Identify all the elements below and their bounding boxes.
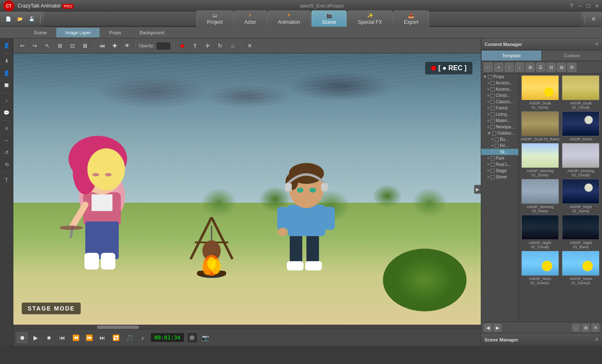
mirror-button[interactable]: ⊡	[67, 41, 78, 51]
close-button[interactable]: ×	[595, 3, 599, 9]
cm-add-button[interactable]: +	[494, 63, 503, 72]
nav-tab-special-fx[interactable]: ✨ Special FX	[347, 10, 393, 27]
checkbox-forest[interactable]	[490, 106, 495, 110]
tree-item-living[interactable]: + Living...	[481, 111, 518, 117]
checkbox-classro[interactable]	[490, 100, 495, 104]
thumb-noon-01-sunny1[interactable]: A003P_Noon 01_Sunny1	[520, 251, 560, 285]
loop-button[interactable]: 🔁	[110, 332, 121, 343]
thumb-dusk-02-cloudy[interactable]: A003P_Dusk 02_Cloudy	[561, 75, 601, 109]
checkbox-park[interactable]	[490, 156, 495, 160]
new-file-button[interactable]: 📄	[3, 14, 13, 24]
settings-button[interactable]: ⚙	[589, 14, 599, 24]
checkbox-props[interactable]	[488, 75, 492, 79]
cm-action-btn-3[interactable]: ✕	[591, 323, 599, 332]
checkbox-bu[interactable]	[495, 137, 499, 142]
checkbox-re[interactable]	[495, 144, 499, 148]
music-button[interactable]: ♪	[137, 332, 148, 343]
checkbox-living[interactable]	[490, 112, 495, 117]
undo-button[interactable]: ↩	[17, 41, 28, 51]
cm-action-btn-2[interactable]: ⊕	[582, 323, 590, 332]
panel-collapse-button[interactable]: ▶	[474, 185, 481, 193]
checkbox-newspa[interactable]	[490, 125, 495, 129]
thumb-dusk-01-sunny[interactable]: A003P_Dusk 01_Sunny	[520, 75, 560, 109]
nav-tab-animation[interactable]: 🏃 Animation	[268, 10, 311, 27]
transform-button[interactable]: ⊞	[54, 41, 65, 51]
canvas-scrollbar[interactable]	[13, 325, 481, 329]
tree-item-newspa[interactable]: + Newspa...	[481, 124, 518, 130]
rewind-button[interactable]: ⏪	[70, 332, 81, 343]
tree-item-stage[interactable]: + Stage	[481, 168, 518, 174]
save-file-button[interactable]: 💾	[27, 14, 37, 24]
thumb-morning-01-sunny[interactable]: A003P_Morning 01_Sunny	[520, 143, 560, 177]
thumb-night-01-sunny[interactable]: A003P_Night 01_Sunny	[561, 179, 601, 213]
redo-button[interactable]: ↪	[29, 41, 40, 51]
record-button[interactable]: ⏺	[177, 41, 188, 51]
tree-item-real[interactable]: + Real L...	[481, 161, 518, 168]
thumb-moon[interactable]: A003P_Moon	[561, 111, 601, 141]
tree-item-classro[interactable]: + Classro...	[481, 99, 518, 105]
next-key-playback-button[interactable]: ⏭	[97, 332, 108, 343]
camera-button[interactable]: 📷	[200, 332, 211, 343]
select-button[interactable]: ↖	[42, 41, 53, 51]
checkbox-stage[interactable]	[490, 169, 495, 173]
tree-item-re[interactable]: + Re...	[481, 143, 518, 149]
close-canvas-button[interactable]: ✕	[245, 41, 255, 51]
tree-item-outdoo[interactable]: ▼ Outdoo...	[481, 130, 518, 136]
pick-button[interactable]: ✚	[109, 41, 120, 51]
tree-item-street[interactable]: + Street	[481, 174, 518, 180]
scrollbar-thumb[interactable]	[97, 326, 139, 329]
tree-item-forest[interactable]: + Forest	[481, 105, 518, 111]
tree-item-park[interactable]: + Park	[481, 155, 518, 161]
prev-key-playback-button[interactable]: ⏮	[57, 332, 68, 343]
lt-btn-4[interactable]: 🔲	[1, 80, 12, 91]
checkbox-sk[interactable]	[495, 150, 499, 154]
cm-action-btn-1[interactable]: ↓	[572, 323, 580, 332]
lt-btn-2[interactable]: ⬆	[1, 56, 12, 66]
nav-tab-project[interactable]: 🗂 Project	[196, 10, 233, 27]
thumb-night-03-rainy[interactable]: A003P_Night 03_Rainy	[561, 215, 601, 249]
help-button[interactable]: ?	[570, 3, 573, 9]
eye-button[interactable]: 👁	[122, 41, 133, 51]
content-manager-close-button[interactable]: ✕	[595, 41, 599, 47]
home-button[interactable]: ⌂	[227, 41, 238, 51]
sub-tab-props[interactable]: Props	[100, 28, 130, 37]
sub-tab-image-layer[interactable]: Image Layer	[56, 28, 99, 37]
cm-next-page-button[interactable]: ▶	[493, 323, 502, 332]
nav-tab-actor[interactable]: 🚶 Actor	[234, 10, 267, 27]
thumb-morning-02-cloudy[interactable]: A003P_Morning 02_Cloudy	[561, 143, 601, 177]
checkbox-access1[interactable]	[490, 81, 495, 85]
play-button[interactable]: ▶	[30, 332, 41, 343]
tree-item-access1[interactable]: + Access...	[481, 80, 518, 86]
timecode-settings-button[interactable]: ⚙	[187, 332, 198, 343]
checkbox-real[interactable]	[490, 163, 495, 167]
cm-tab-custom[interactable]: Custom	[542, 50, 602, 61]
scene-manager-close-button[interactable]: ✕	[595, 337, 599, 342]
lt-btn-8[interactable]: ↔	[1, 135, 12, 146]
stop-button[interactable]: ■	[43, 332, 54, 343]
checkbox-christ[interactable]	[490, 94, 495, 98]
cm-view-button[interactable]: ⊟	[546, 63, 556, 72]
maximize-button[interactable]: □	[587, 3, 590, 9]
cm-back-button[interactable]: ←	[484, 63, 493, 72]
checkbox-outdoo[interactable]	[492, 131, 496, 135]
lt-btn-11[interactable]: T	[1, 175, 12, 186]
opacity-input[interactable]: 100	[156, 42, 171, 50]
lt-btn-3[interactable]: 👤	[1, 68, 12, 79]
lt-btn-6[interactable]: 💬	[1, 107, 12, 118]
tree-item-christ[interactable]: + Christ...	[481, 92, 518, 99]
character-boy[interactable]	[275, 150, 338, 276]
nav-tab-export[interactable]: 📤 Export	[393, 10, 429, 27]
sub-tab-scene[interactable]: Scene	[25, 28, 56, 37]
checkbox-materi[interactable]	[490, 119, 495, 123]
rotate-button[interactable]: ↻	[215, 41, 226, 51]
lt-btn-7[interactable]: ≡	[1, 123, 12, 134]
cm-prev-page-button[interactable]: ◀	[484, 323, 492, 332]
lt-btn-1[interactable]: 👤	[1, 40, 12, 51]
flip-button[interactable]: ⊠	[79, 41, 90, 51]
thumb-noon-01-sunny2[interactable]: A003P_Noon 01_Sunny2	[561, 251, 601, 285]
sub-tab-background[interactable]: Background	[131, 28, 173, 37]
cm-tool-2[interactable]: ☰	[536, 63, 545, 72]
checkbox-access2[interactable]	[490, 87, 495, 92]
prev-key-button[interactable]: ⏮	[97, 41, 107, 51]
tree-item-access2[interactable]: + Access...	[481, 86, 518, 92]
